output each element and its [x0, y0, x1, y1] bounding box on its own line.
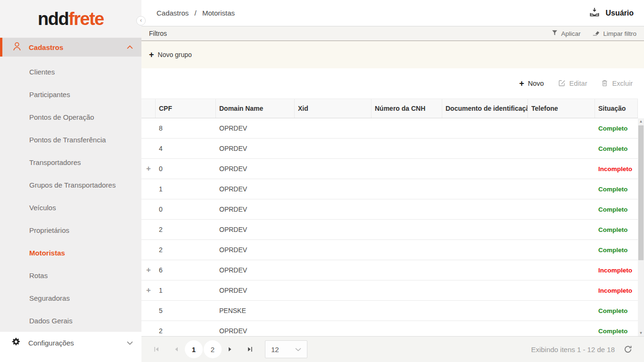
last-page-icon[interactable]	[246, 346, 254, 353]
cell-doc	[442, 179, 528, 199]
sidebar-section-configuracoes[interactable]: Configurações	[0, 332, 141, 354]
scrollbar-thumb[interactable]	[638, 125, 644, 260]
new-group-button[interactable]: + Novo grupo	[149, 50, 192, 59]
sidebar-item-dados-gerais[interactable]: Dados Gerais	[0, 309, 141, 332]
cell-xid	[295, 321, 372, 336]
cell-cnh	[372, 139, 442, 158]
table-row[interactable]: 2 OPRDEV Completo	[141, 240, 638, 260]
top-header: Cadastros / Motoristas Usuário	[141, 0, 644, 26]
page-size-select[interactable]: 12	[265, 340, 307, 358]
sidebar-item-clientes[interactable]: Clientes	[0, 60, 141, 83]
column-expand	[141, 99, 156, 118]
sidebar-collapse-button[interactable]: ‹	[136, 16, 146, 25]
sidebar-item-pontos-de-transferencia[interactable]: Pontos de Transferência	[0, 128, 141, 151]
user-menu-button[interactable]: Usuário	[588, 6, 634, 20]
sidebar-item-transportadores[interactable]: Transportadores	[0, 151, 141, 173]
column-cpf[interactable]: CPF	[156, 99, 216, 118]
column-situacao[interactable]: Situação	[595, 99, 638, 118]
inbox-tray-icon	[588, 6, 601, 20]
logo-frete: frete	[68, 9, 104, 29]
sidebar-item-rotas[interactable]: Rotas	[0, 264, 141, 287]
status-badge: Incompleto	[595, 159, 638, 179]
expand-cell	[141, 118, 156, 138]
expand-cell	[141, 301, 156, 321]
cell-cpf: 5	[156, 301, 216, 321]
cell-cnh	[372, 301, 442, 321]
column-domain-name[interactable]: Domain Name	[216, 99, 295, 118]
previous-page-icon[interactable]	[173, 346, 180, 353]
cell-phone	[528, 159, 595, 179]
refresh-icon[interactable]	[623, 345, 633, 354]
cell-cnh	[372, 240, 442, 260]
sidebar-item-pontos-de-operacao[interactable]: Pontos de Operação	[0, 106, 141, 128]
cell-domain: OPRDEV	[216, 260, 295, 280]
cell-xid	[295, 159, 372, 179]
cell-xid	[295, 179, 372, 199]
scroll-down-icon[interactable]: ▼	[638, 330, 644, 336]
pagination-nav	[153, 346, 180, 353]
cell-doc	[442, 118, 528, 138]
new-button[interactable]: + Novo	[519, 79, 544, 88]
apply-filter-label: Aplicar	[561, 30, 580, 37]
apply-filter-button[interactable]: Aplicar	[552, 30, 580, 37]
plus-icon: +	[149, 50, 154, 59]
cell-cnh	[372, 260, 442, 280]
cell-cnh	[372, 159, 442, 179]
cell-phone	[528, 139, 595, 158]
gear-icon	[11, 337, 21, 348]
next-page-icon[interactable]	[226, 346, 234, 353]
clear-filter-button[interactable]: Limpar filtro	[593, 30, 636, 37]
first-page-icon[interactable]	[153, 346, 160, 353]
sidebar-section-cadastros[interactable]: Cadastros	[0, 38, 141, 57]
cell-domain: OPRDEV	[216, 220, 295, 239]
cell-xid	[295, 260, 372, 280]
table-row[interactable]: 2 OPRDEV Completo	[141, 321, 638, 336]
page-button-2[interactable]: 2	[204, 340, 222, 358]
scroll-up-icon[interactable]: ▲	[638, 118, 644, 124]
edit-button[interactable]: Editar	[558, 79, 587, 88]
sidebar-item-veiculos[interactable]: Veículos	[0, 196, 141, 219]
column-xid[interactable]: Xid	[295, 99, 372, 118]
expand-row-icon[interactable]: +	[141, 260, 156, 280]
sidebar-item-participantes[interactable]: Participantes	[0, 83, 141, 106]
cell-phone	[528, 260, 595, 280]
column-numero-cnh[interactable]: Número da CNH	[372, 99, 442, 118]
table-row[interactable]: 4 OPRDEV Completo	[141, 139, 638, 159]
cell-xid	[295, 118, 372, 138]
logo-area: nddfrete	[0, 0, 141, 38]
sidebar-item-motoristas[interactable]: Motoristas	[0, 241, 141, 264]
table-row[interactable]: 0 OPRDEV Completo	[141, 199, 638, 220]
expand-row-icon[interactable]: +	[141, 159, 156, 179]
breadcrumb-parent[interactable]: Cadastros	[157, 9, 189, 17]
table-row[interactable]: 2 OPRDEV Completo	[141, 220, 638, 240]
expand-row-icon[interactable]: +	[141, 280, 156, 300]
cell-cpf: 1	[156, 280, 216, 300]
column-documento[interactable]: Documento de identificação	[442, 99, 528, 118]
sidebar-item-seguradoras[interactable]: Seguradoras	[0, 287, 141, 309]
column-telefone[interactable]: Telefone	[528, 99, 595, 118]
sidebar-section-label: Configurações	[28, 339, 127, 347]
chevron-down-icon	[295, 345, 301, 354]
table-row[interactable]: + 1 OPRDEV Incompleto	[141, 280, 638, 301]
cell-xid	[295, 240, 372, 260]
table-row[interactable]: 8 OPRDEV Completo	[141, 118, 638, 139]
drivers-table: CPF Domain Name Xid Número da CNH Docume…	[141, 99, 638, 336]
table-row[interactable]: + 0 OPRDEV Incompleto	[141, 159, 638, 179]
sidebar-item-proprietarios[interactable]: Proprietários	[0, 219, 141, 241]
edit-icon	[558, 79, 566, 88]
trash-icon	[601, 79, 608, 88]
new-group-label: Novo grupo	[158, 51, 192, 58]
table-row[interactable]: 1 OPRDEV Completo	[141, 179, 638, 199]
page-button-1[interactable]: 1	[185, 340, 203, 358]
cell-cpf: 0	[156, 159, 216, 179]
main-content: Cadastros / Motoristas Usuário Filtros	[141, 0, 644, 362]
cell-domain: OPRDEV	[216, 118, 295, 138]
sidebar-item-grupos-de-transportadores[interactable]: Grupos de Transportadores	[0, 173, 141, 196]
expand-cell	[141, 240, 156, 260]
delete-button[interactable]: Excluir	[601, 79, 633, 88]
cell-phone	[528, 280, 595, 300]
table-row[interactable]: + 6 OPRDEV Incompleto	[141, 260, 638, 280]
vertical-scrollbar[interactable]: ▲ ▼	[638, 118, 644, 336]
table-row[interactable]: 5 PENSKE Completo	[141, 301, 638, 321]
cell-cnh	[372, 280, 442, 300]
